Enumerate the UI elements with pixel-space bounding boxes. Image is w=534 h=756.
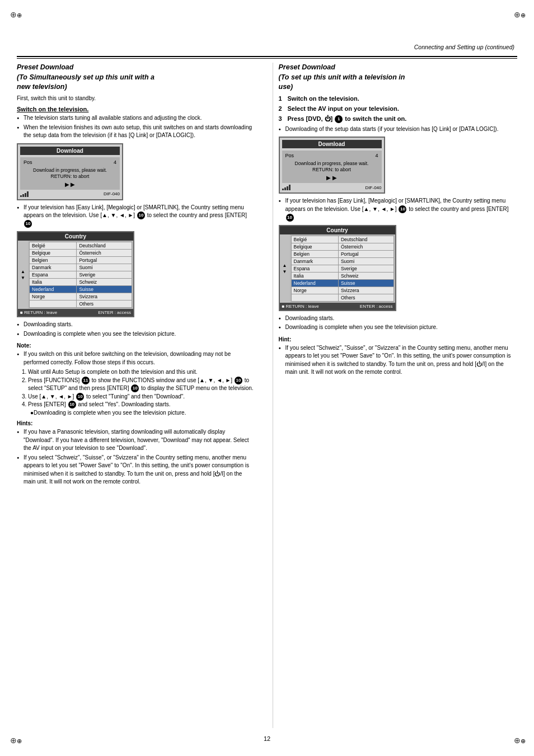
corner-mark-tr: ⊕ — [514, 10, 524, 20]
country-r-row-9: Others — [291, 294, 394, 301]
download-arrows-left: ▶ ▶ — [24, 181, 116, 187]
svg-rect-4 — [282, 189, 284, 190]
circle-10-right2: 10 — [286, 214, 294, 222]
note-step-2: Press [FUNCTIONS] 11 to show the FUNCTIO… — [28, 377, 256, 393]
country-r-row-6: ItaliaSchweiz — [291, 272, 394, 279]
signal-icon-right — [282, 185, 291, 190]
download-footer-right: DIF-040 — [282, 185, 382, 190]
country-r-row-2: BelgiqueÖsterreich — [291, 243, 394, 250]
country-table-right: BelgiéDeutschland BelgiqueÖsterreich Bel… — [290, 234, 395, 303]
corner-mark-bl: ⊕ — [10, 736, 20, 746]
page-header: Connecting and Setting up (continued) — [414, 44, 514, 50]
svg-rect-2 — [25, 193, 26, 197]
right-bullet-r4: Downloading is complete when you see the… — [279, 323, 518, 332]
download-pos-label-left: Pos — [24, 159, 32, 165]
right-step3-text: Press [DVD, ⏻] 1 to switch the unit on. — [288, 115, 407, 123]
country-table-right-table: BelgiéDeutschland BelgiqueÖsterreich Bel… — [291, 236, 394, 302]
download-box-right-inner: Pos 4 Download in progress, please wait.… — [282, 151, 382, 183]
download-pos-value-left: 4 — [114, 159, 116, 165]
circle-10-right: 10 — [399, 205, 406, 213]
country-row-6: ItaliaSchweiz — [30, 279, 132, 286]
download-box-right: Download Pos 4 Download in progress, ple… — [279, 137, 385, 194]
hint1: If you have a Panasonic television, star… — [17, 428, 256, 453]
country-box-left: Country ▲▼ BelgiéDeutschland BelgiqueÖst… — [17, 231, 134, 317]
left-column: Preset Download (To Simultaneously set u… — [17, 63, 261, 728]
country-footer-right: ■ RETURN : leave ENTER : access — [280, 303, 395, 310]
right-column: Preset Download (To set up this unit wit… — [273, 63, 518, 728]
right-step1-text: Switch on the television. — [288, 95, 359, 103]
download-pos-value-right: 4 — [375, 153, 378, 158]
country-row-5: EspanaSverige — [30, 271, 132, 279]
country-box-left-title: Country — [18, 232, 133, 241]
note-steps-list: Wait until Auto Setup is complete on bot… — [17, 368, 256, 417]
country-r-row-7: NederlandSuisse — [291, 279, 394, 287]
country-r-row-3: BelgienPortugal — [291, 250, 394, 257]
right-step2-num: 2 — [279, 105, 285, 112]
signal-icon-left — [20, 191, 29, 197]
download-footer-text-right: DIF-040 — [366, 185, 382, 190]
note-step-1: Wait until Auto Setup is complete on bot… — [28, 368, 256, 377]
note-title: Note: — [17, 342, 256, 349]
left-bullet4: Downloading starts. — [17, 321, 256, 329]
left-bullet1: The television starts tuning all availab… — [17, 114, 256, 123]
right-step1-num: 1 — [279, 95, 285, 102]
download-box-left: Download Pos 4 Download in progress, ple… — [17, 143, 123, 200]
country-row-4: DanmarkSuomi — [30, 264, 132, 271]
country-footer-right-right-text: ENTER : access — [360, 304, 393, 309]
country-r-row-4: DanmarkSuomi — [291, 257, 394, 265]
download-pos-row-left: Pos 4 — [24, 159, 116, 165]
download-arrows-right: ▶ ▶ — [285, 175, 378, 181]
download-progress-right: Download in progress, please wait.RETURN… — [285, 161, 378, 173]
note-section: Note: If you switch on this unit before … — [17, 342, 256, 417]
right-step1-row: 1 Switch on the television. — [279, 95, 518, 103]
left-section-title: Preset Download (To Simultaneously set u… — [17, 63, 256, 92]
country-box-right-title: Country — [280, 226, 395, 234]
left-sub-heading: Switch on the television. — [17, 106, 256, 112]
page-number: 12 — [264, 735, 270, 742]
country-r-row-1: BelgiéDeutschland — [291, 236, 394, 243]
circle-10b-left: 10 — [24, 220, 32, 228]
right-bullet-r2: If your television has [Easy Link], [Meg… — [279, 197, 518, 222]
corner-mark-tl: ⊕ — [10, 10, 20, 20]
country-left-arrows: ▲▼ — [18, 241, 28, 309]
circle-10-note3: 10 — [76, 393, 84, 401]
country-row-2: BelgiqueÖsterreich — [30, 250, 132, 257]
circle-1-right: 1 — [335, 115, 343, 123]
country-footer-right-left-text: ■ RETURN : leave — [282, 304, 319, 309]
download-box-left-inner: Pos 4 Download in progress, please wait.… — [20, 157, 120, 190]
hint2: If you select "Schweiz", "Suisse", or "S… — [17, 454, 256, 486]
note-step-4: Press [ENTER] 10 and select "Yes". Downl… — [28, 401, 256, 417]
content-area: Preset Download (To Simultaneously set u… — [17, 63, 517, 728]
left-bullet2: When the television finishes its own aut… — [17, 124, 256, 140]
country-footer-left-text: ■ RETURN : leave — [20, 310, 57, 315]
header-sub-line — [17, 58, 517, 59]
country-box-right-body: ▲▼ BelgiéDeutschland BelgiqueÖsterreich … — [280, 234, 395, 303]
country-row-3: BelgienPortugal — [30, 257, 132, 264]
svg-rect-5 — [284, 187, 286, 190]
download-footer-left: DIF-040 — [20, 191, 120, 197]
right-step3-row: 3 Press [DVD, ⏻] 1 to switch the unit on… — [279, 115, 518, 123]
right-step3-num: 3 — [279, 115, 285, 122]
hint-title-right: Hint: — [279, 336, 518, 342]
circle-11: 11 — [82, 377, 90, 384]
left-bullet5: Downloading is complete when you see the… — [17, 330, 256, 339]
download-footer-text-left: DIF-040 — [104, 191, 120, 196]
download-pos-row-right: Pos 4 — [285, 153, 378, 158]
note-step-3: Use [▲, ▼, ◄, ►] 10 to select "Tuning" a… — [28, 393, 256, 401]
country-r-row-5: EspanaSverige — [291, 265, 394, 272]
country-footer-right-text: ENTER : access — [98, 310, 131, 315]
right-bullet-r3: Downloading starts. — [279, 314, 518, 323]
country-row-9: Others — [30, 300, 132, 308]
svg-rect-7 — [289, 185, 291, 190]
circle-10-note2b: 10 — [131, 384, 139, 392]
circle-10-note2: 10 — [235, 377, 242, 384]
country-footer-left: ■ RETURN : leave ENTER : access — [18, 309, 133, 316]
country-row-1: BelgiéDeutschland — [30, 242, 132, 250]
header-line — [17, 56, 517, 57]
country-r-row-8: NorgeSvizzera — [291, 287, 394, 294]
right-bullet-r1: Downloading of the setup data starts (if… — [279, 125, 518, 134]
hint-r1: If you select "Schweiz", "Suisse", or "S… — [279, 344, 518, 377]
note-bullet1: If you switch on this unit before switch… — [17, 350, 256, 367]
left-intro: First, switch this unit to standby. — [17, 95, 256, 103]
circle-10-note4: 10 — [68, 401, 76, 408]
